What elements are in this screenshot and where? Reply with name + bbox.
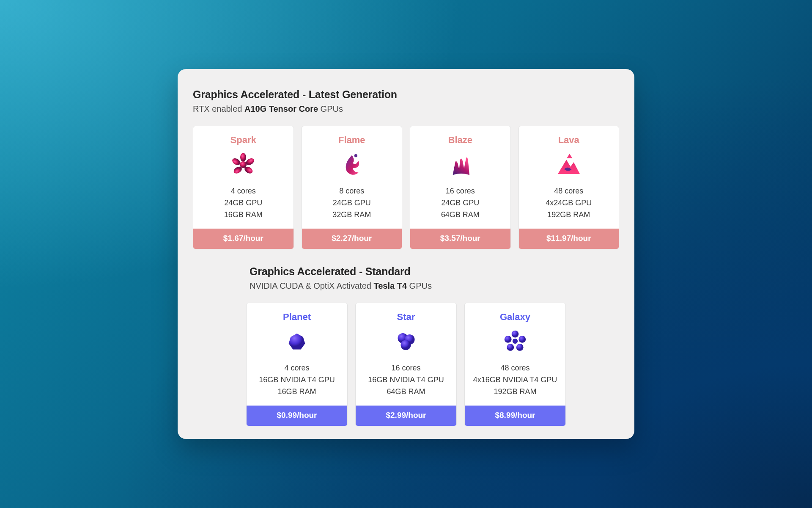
spec-cores: 16 cores [441,185,480,197]
tier-cards-row: Spark 4 core [193,126,619,249]
tier-specs: 8 cores 24GB GPU 32GB RAM [332,185,371,221]
price-bar: $2.99/hour [356,406,456,426]
spec-ram: 192GB RAM [546,209,592,221]
spec-gpu: 4x24GB GPU [546,197,592,209]
sub-prefix: RTX enabled [193,104,244,113]
lava-icon [554,150,584,179]
svg-point-0 [240,153,246,162]
tier-name: Blaze [448,135,472,146]
tier-specs: 4 cores 24GB GPU 16GB RAM [224,185,263,221]
tier-specs: 4 cores 16GB NVIDIA T4 GPU 16GB RAM [259,362,335,398]
tier-specs: 48 cores 4x24GB GPU 192GB RAM [546,185,592,221]
tier-name: Lava [558,135,579,146]
star-icon [391,327,421,356]
spec-cores: 48 cores [546,185,592,197]
spec-ram: 16GB RAM [259,386,335,398]
spec-ram: 64GB RAM [368,386,444,398]
planet-icon [282,327,312,356]
spec-cores: 48 cores [473,362,557,374]
price-bar: $11.97/hour [519,229,619,249]
price-bar: $8.99/hour [465,406,565,426]
tier-card-star[interactable]: Star 16 cores 16GB NVIDIA T4 GPU 64GB RA… [355,303,457,426]
tier-specs: 16 cores 16GB NVIDIA T4 GPU 64GB RAM [368,362,444,398]
svg-point-16 [513,339,518,344]
spec-gpu: 4x16GB NVIDIA T4 GPU [473,374,557,386]
flame-icon [337,150,367,179]
spec-cores: 16 cores [368,362,444,374]
tier-name: Flame [338,135,365,146]
tier-card-flame[interactable]: Flame 8 cores 24GB GPU 32GB RAM $2.27/ho… [302,126,403,249]
svg-point-5 [240,161,247,168]
tier-card-spark[interactable]: Spark 4 core [193,126,294,249]
svg-point-11 [512,331,519,338]
section-subheading: NVIDIA CUDA & OptiX Activated Tesla T4 G… [250,281,619,291]
spec-gpu: 24GB GPU [332,197,371,209]
sub-suffix: GPUs [318,104,343,113]
sub-bold: Tesla T4 [373,281,407,290]
spec-cores: 4 cores [224,185,263,197]
svg-marker-7 [289,334,305,350]
tier-name: Galaxy [500,312,530,323]
tier-card-blaze[interactable]: Blaze 16 cores 24GB GPU 64GB RAM $3.57/h… [410,126,511,249]
sub-suffix: GPUs [407,281,432,290]
svg-point-15 [505,336,512,343]
spec-ram: 16GB RAM [224,209,263,221]
section-latest-gen: Graphics Accelerated - Latest Generation… [193,88,619,249]
spec-gpu: 16GB NVIDIA T4 GPU [368,374,444,386]
sub-bold: A10G Tensor Core [244,104,318,113]
galaxy-icon [500,327,530,356]
svg-point-13 [516,344,524,351]
spec-ram: 64GB RAM [441,209,480,221]
spec-gpu: 24GB GPU [441,197,480,209]
spec-gpu: 24GB GPU [224,197,263,209]
pricing-panel: Graphics Accelerated - Latest Generation… [178,69,634,439]
section-heading: Graphics Accelerated - Standard [250,265,619,278]
tier-name: Spark [230,135,256,146]
spec-gpu: 16GB NVIDIA T4 GPU [259,374,335,386]
tier-specs: 48 cores 4x16GB NVIDIA T4 GPU 192GB RAM [473,362,557,398]
price-bar: $2.27/hour [302,229,402,249]
spec-cores: 4 cores [259,362,335,374]
svg-point-12 [518,336,526,343]
spark-icon [228,150,258,179]
price-bar: $0.99/hour [247,406,347,426]
tier-card-lava[interactable]: Lava 48 cores 4x24GB GPU 192GB RAM $11.9… [518,126,620,249]
price-bar: $1.67/hour [193,229,294,249]
section-subheading: RTX enabled A10G Tensor Core GPUs [193,104,619,114]
tier-name: Planet [283,312,311,323]
price-bar: $3.57/hour [410,229,510,249]
tier-card-planet[interactable]: Planet 4 cores 16GB NVIDIA T4 GPU 16GB R… [246,303,348,426]
svg-point-6 [354,154,357,157]
spec-ram: 32GB RAM [332,209,371,221]
section-standard: Graphics Accelerated - Standard NVIDIA C… [193,265,619,426]
tier-name: Star [397,312,415,323]
tier-specs: 16 cores 24GB GPU 64GB RAM [441,185,480,221]
svg-point-14 [507,344,514,351]
section-heading: Graphics Accelerated - Latest Generation [193,88,619,101]
blaze-icon [445,150,475,179]
spec-cores: 8 cores [332,185,371,197]
tier-card-galaxy[interactable]: Galaxy 48 co [464,303,566,426]
sub-prefix: NVIDIA CUDA & OptiX Activated [250,281,373,290]
spec-ram: 192GB RAM [473,386,557,398]
tier-cards-row: Planet 4 cores 16GB NVIDIA T4 GPU 16GB R… [193,303,619,426]
svg-point-10 [401,340,411,350]
